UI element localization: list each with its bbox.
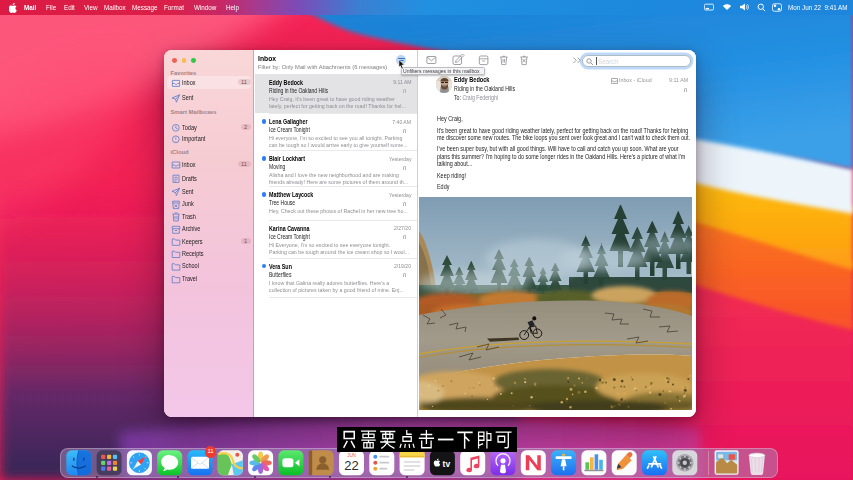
svg-text:22: 22 bbox=[344, 458, 358, 473]
svg-text:JUN: JUN bbox=[347, 453, 356, 458]
svg-text:tv: tv bbox=[442, 459, 450, 469]
